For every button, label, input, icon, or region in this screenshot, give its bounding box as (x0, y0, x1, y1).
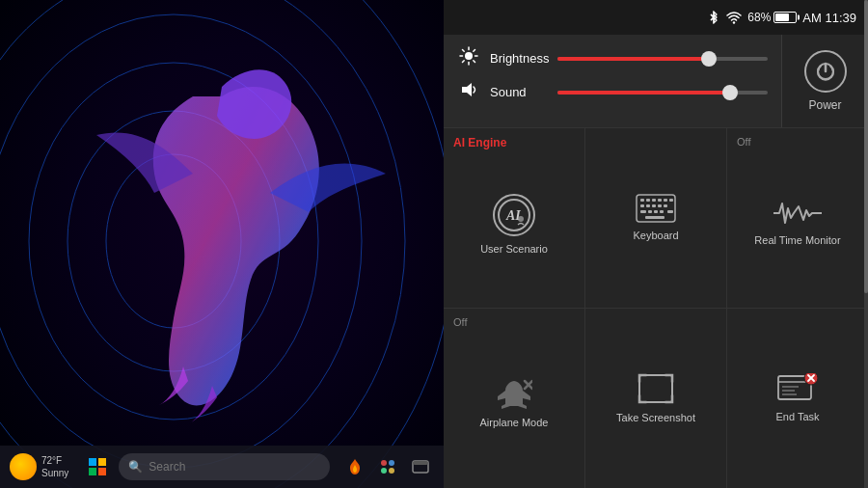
brightness-icon (457, 46, 480, 70)
ai-engine-label: AI Engine (453, 136, 506, 149)
svg-rect-42 (669, 199, 673, 202)
sound-row: Sound (457, 80, 768, 104)
sound-label: Sound (490, 85, 548, 99)
weather-widget: 72°F Sunny (10, 453, 68, 480)
svg-point-13 (381, 468, 387, 474)
svg-rect-53 (645, 216, 665, 219)
airplane-icon (496, 377, 532, 410)
svg-rect-41 (664, 199, 667, 202)
svg-rect-52 (667, 210, 673, 213)
svg-point-35 (518, 216, 524, 222)
tile-airplane-mode[interactable]: Off Airplane Mode (444, 309, 585, 488)
tile-end-task[interactable]: End Task (727, 309, 868, 488)
status-time: AM 11:39 (802, 11, 856, 25)
real-time-monitor-label: Real Time Monitor (754, 233, 840, 247)
wifi-icon (726, 11, 742, 24)
svg-line-28 (474, 50, 475, 52)
wallpaper: 72°F Sunny 🔍 (0, 0, 444, 488)
tile-take-screenshot[interactable]: Take Screenshot (585, 309, 727, 488)
svg-line-29 (463, 61, 465, 63)
taskbar-icon-window[interactable] (407, 453, 434, 480)
svg-rect-37 (640, 199, 644, 202)
airplane-label: Airplane Mode (480, 416, 549, 429)
svg-rect-16 (413, 461, 428, 465)
search-bar[interactable]: 🔍 (119, 453, 330, 480)
sound-fill (557, 91, 730, 95)
screenshot-icon (637, 372, 675, 405)
svg-point-20 (733, 21, 735, 23)
tile-user-scenario[interactable]: AI Engine AI User Scenario (444, 128, 585, 308)
brightness-slider[interactable] (557, 49, 768, 68)
svg-rect-8 (98, 458, 106, 466)
svg-rect-51 (660, 210, 664, 213)
svg-rect-10 (98, 468, 106, 475)
brightness-fill (557, 57, 709, 61)
battery-bar (773, 12, 797, 23)
svg-point-14 (389, 468, 394, 474)
tiles-section: AI Engine AI User Scenario (444, 128, 868, 488)
quick-actions-row: Off Airplane Mode (444, 309, 868, 488)
sliders-section: Brightness (444, 35, 781, 127)
svg-marker-30 (462, 83, 472, 96)
brightness-thumb[interactable] (701, 51, 717, 67)
waveform-icon (773, 199, 822, 228)
real-time-monitor-status: Off (737, 136, 750, 148)
search-icon: 🔍 (128, 460, 143, 474)
brightness-label: Brightness (490, 51, 548, 66)
svg-rect-44 (646, 204, 650, 207)
taskbar-icon-grid[interactable] (374, 453, 401, 480)
taskbar: 72°F Sunny 🔍 (0, 446, 444, 488)
sound-track (557, 91, 768, 95)
svg-point-12 (389, 460, 394, 466)
svg-rect-40 (658, 199, 662, 202)
keyboard-label: Keyboard (633, 229, 678, 242)
user-scenario-icon: AI (493, 194, 535, 236)
weather-info: 72°F Sunny (41, 454, 68, 479)
svg-point-11 (381, 460, 387, 466)
ai-circle-icon: AI (493, 194, 535, 236)
svg-rect-49 (648, 210, 652, 213)
power-button[interactable]: Power (781, 35, 868, 127)
start-button[interactable] (84, 453, 111, 480)
svg-rect-39 (652, 199, 656, 202)
svg-rect-38 (646, 199, 650, 202)
taskbar-icons (341, 453, 434, 480)
status-bar: 68% AM 11:39 (444, 0, 868, 35)
svg-rect-56 (639, 375, 672, 402)
sound-slider[interactable] (557, 83, 768, 102)
top-section: Brightness (444, 35, 868, 128)
battery-indicator: 68% (747, 11, 797, 24)
weather-icon (10, 453, 37, 480)
tile-real-time-monitor[interactable]: Off Real Time Monitor (727, 128, 868, 308)
temperature: 72°F (41, 454, 68, 467)
search-input[interactable] (149, 460, 320, 474)
svg-rect-47 (664, 204, 667, 207)
status-icons: 68% AM 11:39 (707, 11, 856, 25)
bluetooth-icon (707, 11, 720, 24)
svg-line-27 (474, 61, 475, 63)
power-icon (804, 50, 847, 93)
power-label: Power (808, 98, 841, 112)
tile-keyboard[interactable]: Keyboard (585, 128, 727, 308)
condition: Sunny (41, 467, 68, 479)
airplane-status: Off (453, 316, 467, 328)
scrollbar-thumb (864, 0, 868, 293)
end-task-label: End Task (775, 410, 819, 423)
sound-thumb[interactable] (722, 85, 738, 100)
svg-rect-50 (654, 210, 658, 213)
control-panel: 68% AM 11:39 (444, 0, 868, 488)
keyboard-icon (636, 194, 676, 223)
battery-percent: 68% (747, 11, 771, 24)
svg-rect-45 (652, 204, 656, 207)
taskbar-icon-flame[interactable] (341, 453, 368, 480)
user-scenario-label: User Scenario (480, 242, 548, 256)
screenshot-label: Take Screenshot (616, 411, 695, 424)
scrollbar[interactable] (864, 0, 868, 488)
sound-icon (457, 80, 480, 104)
brightness-track (557, 57, 768, 61)
brightness-row: Brightness (457, 46, 768, 70)
svg-rect-46 (658, 204, 662, 207)
battery-fill (775, 14, 789, 21)
svg-rect-9 (89, 468, 96, 475)
svg-rect-7 (89, 458, 96, 466)
